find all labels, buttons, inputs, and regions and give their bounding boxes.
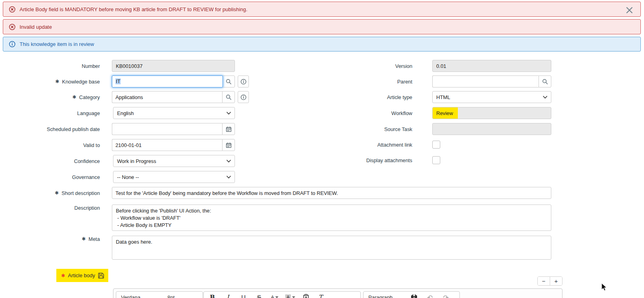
parent-label: Parent — [280, 75, 412, 87]
error-banner-text: Invalid update — [20, 24, 52, 30]
dropdown-arrow-icon — [275, 296, 278, 298]
valid-to-calendar-button[interactable] — [222, 139, 235, 151]
knowledge-base-input[interactable]: IT — [112, 75, 223, 87]
italic-button[interactable]: I — [220, 292, 236, 298]
calendar-icon — [226, 142, 232, 148]
search-icon — [542, 79, 548, 85]
calendar-icon — [226, 126, 232, 132]
mandatory-icon: ✱ — [81, 236, 85, 241]
find-replace-button[interactable] — [406, 292, 422, 298]
language-label: Language — [0, 107, 100, 119]
undo-arrow-icon: ↶ — [427, 294, 433, 298]
clipboard-icon — [303, 294, 309, 298]
description-label: Description — [0, 202, 100, 214]
valid-to-input[interactable] — [112, 139, 222, 151]
editor-format-group: B I U S A A Tx — [203, 291, 361, 298]
knowledge-base-ref-group: IT — [112, 75, 235, 87]
error-banner-text: Article Body field is MANDATORY before m… — [20, 6, 247, 12]
editor-collapse-button[interactable]: − — [538, 277, 550, 285]
display-attachments-checkbox[interactable] — [432, 156, 440, 164]
chevron-down-icon — [543, 96, 547, 99]
attachment-link-label: Attachment link — [280, 141, 412, 149]
category-label: ✱Category — [0, 91, 100, 103]
confidence-select[interactable]: Work in Progress — [113, 155, 235, 167]
knowledge-base-lookup-button[interactable] — [222, 75, 235, 87]
scheduled-publish-date-calendar-button[interactable] — [222, 123, 235, 135]
error-circle-x-icon — [9, 24, 16, 30]
search-icon — [226, 79, 232, 85]
chevron-down-icon — [227, 112, 231, 115]
knowledge-base-label: ✱Knowledge base — [0, 75, 100, 87]
version-label: Version — [280, 60, 412, 72]
mandatory-icon: ✱ — [55, 79, 59, 84]
workflow-label: Workflow — [280, 107, 412, 119]
workflow-value-highlight: Review — [433, 107, 458, 119]
scheduled-publish-date-group — [112, 123, 235, 135]
info-icon — [241, 94, 246, 100]
binoculars-icon — [411, 294, 417, 298]
error-banner-invalid-update: Invalid update — [3, 19, 641, 34]
editor-expand-button[interactable]: + — [550, 277, 562, 285]
strikethrough-button[interactable]: S — [251, 292, 267, 298]
attachment-link-checkbox[interactable] — [432, 141, 440, 149]
search-icon — [226, 94, 232, 100]
chevron-down-icon — [227, 160, 231, 163]
meta-textarea[interactable]: Data goes here. — [112, 236, 551, 260]
bold-button[interactable]: B — [205, 292, 220, 298]
short-description-label: ✱Short description — [0, 187, 100, 199]
valid-to-group — [112, 139, 235, 151]
underline-button[interactable]: U — [236, 292, 251, 298]
mandatory-icon: ✱ — [55, 191, 59, 195]
source-task-label: Source Task — [280, 123, 412, 135]
parent-lookup-button[interactable] — [539, 75, 551, 87]
category-input[interactable] — [112, 91, 222, 103]
short-description-field — [112, 187, 551, 199]
version-field: 0.01 — [432, 60, 551, 72]
clear-formatting-button[interactable]: Tx — [314, 292, 329, 298]
dropdown-arrow-icon — [292, 296, 295, 298]
error-banner-article-body: Article Body field is MANDATORY before m… — [3, 2, 641, 17]
mandatory-icon: ✱ — [61, 273, 65, 278]
font-size-select[interactable]: 8pt — [163, 292, 203, 298]
knowledge-base-preview-button[interactable] — [238, 75, 249, 87]
kb-article-form-page: { "banners": { "error1": { "text": "Arti… — [0, 0, 644, 298]
undo-button[interactable]: ↶ — [422, 292, 438, 298]
description-textarea[interactable]: Before clicking the 'Publish' UI Action,… — [112, 205, 551, 231]
mandatory-icon: ✱ — [72, 95, 76, 99]
paste-as-text-button[interactable] — [298, 292, 314, 298]
editor-paragraph-group: Paragraph ↶ ↷ — [363, 291, 460, 298]
article-type-select[interactable]: HTML — [432, 91, 551, 103]
info-banner-text: This knowledge item is in review — [20, 41, 94, 47]
language-select[interactable]: English — [113, 107, 235, 119]
number-label: Number — [0, 60, 100, 72]
article-body-label: ✱ Article body — [56, 269, 108, 282]
info-banner-review: This knowledge item is in review — [3, 37, 641, 52]
info-icon — [241, 79, 246, 85]
parent-input[interactable] — [432, 75, 539, 87]
redo-button[interactable]: ↷ — [438, 292, 454, 298]
background-color-button[interactable]: A — [282, 292, 298, 298]
display-attachments-label: Display attachments — [280, 156, 412, 164]
category-preview-button[interactable] — [238, 91, 249, 103]
category-ref-group — [112, 91, 235, 103]
close-icon[interactable] — [624, 5, 634, 15]
meta-label: ✱Meta — [0, 233, 100, 245]
text-color-button[interactable]: A — [267, 292, 282, 298]
info-circle-icon — [9, 41, 16, 48]
governance-select[interactable]: -- None -- — [113, 171, 235, 183]
category-lookup-button[interactable] — [222, 91, 235, 103]
parent-ref-group — [432, 75, 551, 87]
confidence-label: Confidence — [0, 155, 100, 167]
chevron-down-icon — [227, 176, 231, 179]
source-task-field — [432, 123, 551, 135]
article-body-editor: Verdana 8pt B I U S A A Tx Paragraph ↶ ↷ — [113, 288, 563, 298]
font-family-select[interactable]: Verdana — [116, 292, 163, 298]
scheduled-publish-date-input[interactable] — [112, 123, 222, 135]
governance-label: Governance — [0, 171, 100, 183]
block-format-select[interactable]: Paragraph — [364, 292, 406, 298]
number-field: KB0010037 — [112, 60, 235, 72]
redo-arrow-icon: ↷ — [443, 294, 449, 298]
error-circle-x-icon — [9, 6, 16, 13]
short-description-input[interactable] — [112, 187, 551, 199]
article-type-label: Article type — [280, 91, 412, 103]
